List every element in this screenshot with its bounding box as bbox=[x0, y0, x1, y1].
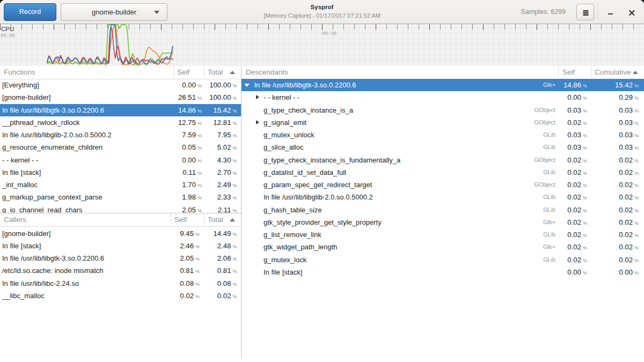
svg-text:CPU: CPU bbox=[1, 26, 14, 32]
svg-text:00:30: 00:30 bbox=[322, 31, 336, 36]
svg-text:00:00: 00:00 bbox=[1, 33, 15, 39]
